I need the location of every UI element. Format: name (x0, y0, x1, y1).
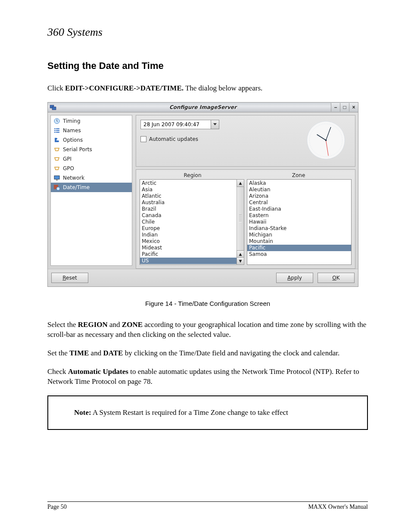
main-panel: Automatic updates Region Zone (136, 115, 355, 269)
svg-rect-4 (56, 128, 59, 129)
ok-button[interactable]: OK (318, 273, 355, 283)
dialog-button-bar: Reset Apply OK (48, 269, 358, 286)
list-item[interactable]: Mideast (140, 245, 237, 251)
clock-icon (53, 118, 60, 124)
scroll-up-button[interactable]: ▲ (237, 179, 244, 187)
list-item[interactable]: Central (247, 199, 351, 206)
text: by clicking on the Time/Date field and n… (123, 349, 339, 357)
note-box: Note: A System Restart is required for a… (47, 395, 368, 430)
section-heading: Setting the Date and Time (47, 60, 368, 72)
apply-button[interactable]: Apply (276, 273, 313, 283)
list-item[interactable]: Brazil (140, 206, 237, 212)
svg-rect-9 (54, 176, 59, 179)
page-number: Page 50 (47, 504, 67, 510)
sidebar-item-gpo[interactable]: GPO (51, 164, 132, 173)
list-item[interactable]: Indian (140, 232, 237, 238)
sidebar-item-label: Network (63, 175, 84, 181)
text: Automatic Updates (68, 367, 128, 376)
svg-rect-7 (54, 132, 56, 133)
monitor-icon (53, 174, 60, 181)
port-icon (53, 146, 60, 153)
sidebar-item-timing[interactable]: Timing (51, 116, 132, 126)
datetime-field[interactable] (140, 120, 219, 129)
sidebar-item-gpi[interactable]: GPI (51, 154, 132, 164)
list-item[interactable]: Arctic (140, 180, 237, 187)
checkbox[interactable] (140, 136, 146, 142)
list-item[interactable]: Chile (140, 219, 237, 225)
list-item[interactable]: Michigan (247, 232, 351, 238)
list-item[interactable]: Canada (140, 212, 237, 219)
sidebar-item-label: Serial Ports (63, 146, 92, 152)
svg-rect-6 (56, 130, 59, 131)
puzzle-icon (53, 137, 60, 143)
list-item[interactable]: Hawaii (247, 219, 351, 225)
figure-caption: Figure 14 - Time/Date Configuration Scre… (47, 300, 368, 307)
svg-rect-3 (54, 128, 56, 129)
list-item[interactable]: Australia (140, 199, 237, 206)
dialog-window: Configure ImageServer – □ × Timing Names (47, 102, 358, 287)
text: ZONE (122, 320, 143, 329)
window-body: Timing Names Options Serial Ports GPI (48, 112, 358, 269)
note-label: Note: (74, 408, 91, 417)
sidebar-item-options[interactable]: Options (51, 135, 132, 145)
list-item[interactable]: Aleutian (247, 187, 351, 193)
brand-logo: 360 Systems (47, 26, 368, 39)
window-title: Configure ImageServer (48, 104, 358, 110)
dropdown-button[interactable] (211, 120, 219, 129)
paragraph-time-date: Set the TIME and DATE by clicking on the… (47, 348, 368, 358)
list-item[interactable]: Mexico (140, 238, 237, 245)
svg-point-12 (56, 187, 60, 190)
text: and (108, 320, 122, 329)
sidebar-item-network[interactable]: Network (51, 173, 132, 183)
gripper-icon (239, 215, 242, 222)
list-item[interactable]: Mountain (247, 238, 351, 245)
sidebar-item-date-time[interactable]: Date/Time (51, 183, 132, 192)
paragraph-auto-updates: Check Automatic Updates to enable automa… (47, 367, 368, 387)
text: TIME (69, 349, 89, 357)
datetime-input[interactable] (141, 120, 211, 129)
svg-rect-8 (56, 132, 59, 133)
text: Select the (47, 320, 78, 329)
list-item[interactable]: Asia (140, 187, 237, 193)
scroll-track[interactable] (237, 187, 244, 251)
page-footer: Page 50 MAXX Owner's Manual (47, 501, 368, 510)
list-item[interactable]: Alaska (247, 180, 351, 187)
list-item[interactable]: Arizona (247, 193, 351, 199)
list-item[interactable]: Atlantic (140, 193, 237, 199)
text: and (89, 349, 103, 357)
calendar-clock-icon (53, 184, 60, 191)
svg-rect-10 (56, 180, 58, 180)
list-item[interactable]: Pacific (247, 245, 351, 251)
region-zone-panel: Region Zone ArcticAsiaAtlanticAustraliaB… (136, 169, 355, 269)
list-item[interactable]: Eastern (247, 212, 351, 219)
text: Check (47, 367, 68, 376)
reset-button[interactable]: Reset (51, 273, 88, 283)
list-item[interactable]: Pacific (140, 251, 237, 258)
sidebar-item-label: Date/Time (63, 184, 90, 190)
scroll-down-button[interactable]: ▼ (237, 257, 244, 265)
sidebar-item-label: GPO (63, 165, 74, 171)
note-text: A System Restart is required for a Time … (91, 408, 288, 417)
list-icon (53, 127, 60, 134)
paragraph-region-zone: Select the REGION and ZONE according to … (47, 320, 368, 340)
text: Set the (47, 349, 69, 357)
list-item[interactable]: East-Indiana (247, 206, 351, 212)
sidebar-item-label: Timing (63, 118, 81, 124)
text: The dialog below appears. (184, 84, 262, 92)
analog-clock (305, 120, 346, 161)
text: REGION (78, 320, 108, 329)
port-icon (53, 156, 60, 162)
list-headers: Region Zone (140, 171, 352, 179)
list-item[interactable]: Samoa (247, 251, 351, 258)
document-page: 360 Systems Setting the Date and Time Cl… (0, 0, 411, 532)
sidebar-item-names[interactable]: Names (51, 126, 132, 135)
sidebar-item-serial-ports[interactable]: Serial Ports (51, 145, 132, 154)
list-item[interactable]: Europe (140, 225, 237, 232)
scrollbar[interactable]: ▲ ▲ ▼ (237, 180, 244, 264)
zone-listbox[interactable]: AlaskaAleutianArizonaCentralEast-Indiana… (247, 179, 352, 265)
list-item[interactable]: US (140, 258, 237, 264)
region-listbox[interactable]: ArcticAsiaAtlanticAustraliaBrazilCanadaC… (140, 179, 244, 265)
chevron-down-icon (213, 123, 217, 126)
list-item[interactable]: Indiana-Starke (247, 225, 351, 232)
sidebar-item-label: Options (63, 137, 83, 143)
